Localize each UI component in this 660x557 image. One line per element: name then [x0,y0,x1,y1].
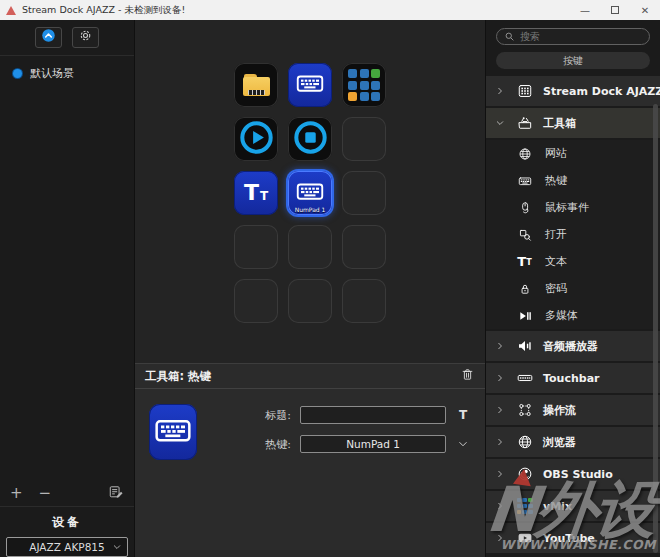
key-grid: TTNumPad 1 [234,63,386,323]
sidebar-section-toolbox[interactable]: 工具箱 [486,108,660,138]
keys-filter-button[interactable]: 按键 [496,52,650,69]
toolbox-item-list: 网站热键鼠标事件打开TT文本密码多媒体 [486,140,660,329]
sidebar-section-streamdock[interactable]: Stream Dock AJAZZ [486,76,660,106]
minimize-button[interactable]: — [570,0,600,20]
toolbox-item-text-tool[interactable]: TT文本 [486,248,660,275]
sidebar-section-flow[interactable]: 操作流 [486,395,660,425]
chevron-right-icon [495,341,506,351]
section-label: OBS Studio [543,468,613,481]
chevron-down-icon[interactable] [455,438,471,450]
maximize-button[interactable] [600,0,630,20]
toolbox-item-keyboard[interactable]: 热键 [486,167,660,194]
grid-key-empty[interactable] [342,279,386,323]
toolbox-item-media[interactable]: 多媒体 [486,302,660,329]
toolbox-item-lock[interactable]: 密码 [486,275,660,302]
grid-key-empty[interactable] [342,225,386,269]
edit-grid-icon [108,484,124,504]
mouse-icon [516,201,533,215]
grid-key-color-grid[interactable] [342,63,386,107]
grid-key-folder[interactable] [234,63,278,107]
inspector-title: 工具箱: 热键 [145,369,211,384]
left-toolbar [0,20,134,56]
title-field-label: 标题: [253,408,291,423]
section-label: YouTube [543,532,595,545]
app-home-button[interactable] [35,27,62,48]
speaker-icon [515,338,534,354]
toolbox-item-label: 文本 [545,254,567,269]
toolbox-item-open[interactable]: 打开 [486,221,660,248]
grid-key-empty[interactable] [234,225,278,269]
search-input[interactable] [520,31,642,42]
section-label: Stream Dock AJAZZ [543,85,660,98]
inspector-header: 工具箱: 热键 [135,364,485,389]
scene-actions: + − [0,481,134,507]
chevron-right-icon [495,533,506,543]
title-input[interactable] [300,406,446,424]
inspector-body: 标题: T 热键: [135,389,485,460]
media-icon [516,309,533,323]
grid-key-empty[interactable] [342,171,386,215]
left-panel: 默认场景 + − 设备 AJAZZ AKP815 [0,20,135,557]
grid-key-keyboard[interactable] [288,63,332,107]
grid-key-text-tool[interactable]: TT [234,171,278,215]
hotkey-field-row: 热键: [253,435,471,453]
chevron-down-icon [495,118,506,128]
section-label: 工具箱 [543,116,576,131]
text-format-icon[interactable]: T [455,408,471,422]
sidebar-section-obs[interactable]: OBS Studio [486,459,660,489]
maximize-icon [611,6,619,14]
inspector-panel: 工具箱: 热键 标题: T 热键: [135,363,485,557]
add-scene-button[interactable]: + [10,486,23,501]
right-scrollbar[interactable] [653,104,658,553]
grid-key-empty[interactable] [288,279,332,323]
streamdock-icon [515,83,534,99]
chevron-right-icon [495,469,506,479]
edit-scenes-button[interactable] [108,484,124,504]
grid-key-stop[interactable] [288,117,332,161]
title-field-row: 标题: T [253,406,471,424]
touchbar-icon [515,370,534,386]
sidebar-section-touchbar[interactable]: Touchbar [486,363,660,393]
settings-button[interactable] [72,27,99,48]
grid-key-empty[interactable] [342,117,386,161]
folder-icon [243,74,270,96]
search-box[interactable] [496,28,650,45]
device-select[interactable]: AJAZZ AKP815 [6,537,128,557]
delete-action-button[interactable] [460,367,475,386]
search-icon [504,27,515,46]
hotkey-input[interactable] [300,435,446,453]
chevron-right-icon [495,86,506,96]
sidebar-section-globe[interactable]: 浏览器 [486,427,660,457]
window-controls: — ✕ [570,0,660,20]
hotkey-field-label: 热键: [253,437,291,452]
scene-label: 默认场景 [30,66,74,81]
scene-list: 默认场景 [0,56,134,85]
grid-key-empty[interactable] [234,279,278,323]
globe-icon [515,434,534,450]
remove-scene-button[interactable]: − [39,486,52,501]
sidebar-section-color-grid[interactable]: vMix [486,491,660,521]
obs-icon [515,466,534,482]
section-label: 音频播放器 [543,339,598,354]
grid-key-keyboard[interactable]: NumPad 1 [288,171,332,215]
chevron-down-icon [112,542,122,554]
toolbox-item-label: 热键 [545,173,567,188]
lock-icon [516,282,533,296]
section-label: vMix [543,500,572,513]
scene-item[interactable]: 默认场景 [0,61,134,85]
youtube-icon [515,530,534,546]
right-panel: 按键 Stream Dock AJAZZ工具箱网站热键鼠标事件打开TT文本密码多… [485,20,660,557]
grid-key-play[interactable] [234,117,278,161]
text-tool-icon: TT [244,182,268,204]
sidebar-section-speaker[interactable]: 音频播放器 [486,331,660,361]
toolbox-item-globe[interactable]: 网站 [486,140,660,167]
sidebar-section-youtube[interactable]: YouTube [486,523,660,553]
window-title: Stream Dock AJAZZ - 未检测到设备! [22,4,185,17]
key-caption: NumPad 1 [288,206,332,213]
toolbox-item-mouse[interactable]: 鼠标事件 [486,194,660,221]
stop-icon [292,119,329,160]
section-label: 操作流 [543,403,576,418]
keyboard-icon [295,176,325,210]
grid-key-empty[interactable] [288,225,332,269]
close-button[interactable]: ✕ [630,0,660,20]
